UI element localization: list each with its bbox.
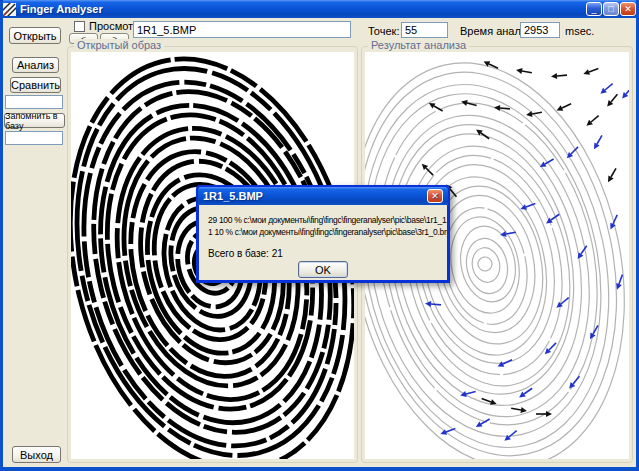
save-to-db-button[interactable]: Запомнить в базу: [4, 113, 65, 128]
database-total: Всего в базе: 21: [208, 248, 440, 259]
match-line-1: 29 100 % c:\мои документы\fing\fingc\fin…: [208, 214, 440, 226]
points-field[interactable]: [401, 22, 448, 38]
dialog-title-bar: 1R1_5.BMP ✕: [198, 187, 448, 205]
opened-image-caption: Открытый образ: [74, 39, 164, 51]
exit-button[interactable]: Выход: [12, 446, 61, 463]
compare-button[interactable]: Сравнить: [10, 77, 61, 93]
dialog-close-icon[interactable]: ✕: [427, 189, 443, 203]
preview-checkbox[interactable]: [74, 21, 85, 32]
msec-label: msec.: [565, 25, 594, 37]
close-button[interactable]: ✕: [620, 2, 636, 16]
match-line-2: 1 10 % c:\мои документы\fing\fingc\finge…: [208, 226, 440, 238]
analysis-time-field[interactable]: [520, 22, 560, 38]
preview-checkbox-label: Просмотр: [89, 20, 139, 32]
finger-analyser-window: Finger Analyser _ □ ✕ Открыть Анализ Сра…: [0, 0, 639, 471]
ok-button[interactable]: OK: [298, 261, 348, 278]
points-label: Точек:: [368, 25, 399, 37]
save-name-field[interactable]: [5, 131, 63, 145]
minimize-button[interactable]: _: [586, 2, 602, 16]
window-title: Finger Analyser: [20, 3, 585, 15]
filename-field[interactable]: [133, 21, 351, 38]
match-result-dialog: 1R1_5.BMP ✕ 29 100 % c:\мои документы\fi…: [196, 185, 450, 283]
app-icon: [3, 3, 16, 16]
preview-row: Просмотр: [74, 20, 139, 32]
open-button[interactable]: Открыть: [9, 27, 61, 44]
compare-result-field[interactable]: [5, 95, 63, 109]
maximize-button[interactable]: □: [603, 2, 619, 16]
title-bar: Finger Analyser _ □ ✕: [0, 0, 639, 18]
analyze-button[interactable]: Анализ: [12, 57, 59, 73]
analysis-result-caption: Результат анализа: [368, 39, 469, 51]
dialog-title: 1R1_5.BMP: [203, 190, 427, 202]
